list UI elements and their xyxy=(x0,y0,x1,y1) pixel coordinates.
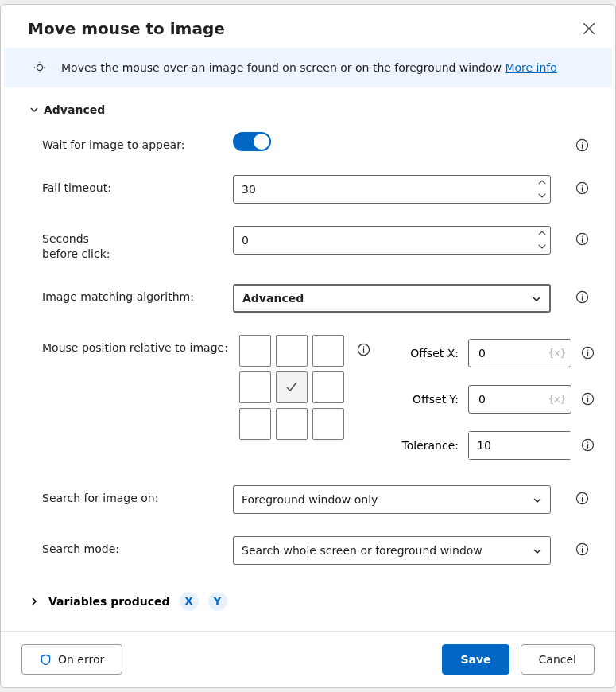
chevron-down-icon xyxy=(533,546,542,555)
info-icon[interactable] xyxy=(575,181,589,195)
chevron-down-icon xyxy=(532,294,541,303)
save-button[interactable]: Save xyxy=(442,644,509,675)
chevron-down-icon xyxy=(29,105,39,115)
seconds-before-field[interactable] xyxy=(233,226,551,255)
info-icon[interactable] xyxy=(581,346,595,360)
variables-section-toggle[interactable]: Variables produced xyxy=(48,595,170,608)
search-on-value: Foreground window only xyxy=(242,493,378,506)
tolerance-label: Tolerance: xyxy=(398,439,459,452)
pos-middle-left[interactable] xyxy=(239,371,271,403)
offset-x-field[interactable]: {x} xyxy=(468,339,571,367)
fail-timeout-input[interactable] xyxy=(234,176,534,203)
variable-x-pill[interactable]: X xyxy=(180,592,199,611)
info-icon[interactable] xyxy=(357,343,370,356)
mouse-pos-label: Mouse position relative to image: xyxy=(42,335,239,356)
pos-bottom-center[interactable] xyxy=(276,408,308,440)
cancel-button[interactable]: Cancel xyxy=(521,644,595,675)
info-icon[interactable] xyxy=(575,232,589,246)
algorithm-value: Advanced xyxy=(242,292,304,305)
search-on-select[interactable]: Foreground window only xyxy=(233,485,551,514)
more-info-link[interactable]: More info xyxy=(505,61,556,74)
info-banner: Moves the mouse over an image found on s… xyxy=(4,48,612,87)
pos-middle-right[interactable] xyxy=(312,371,344,403)
position-grid xyxy=(239,335,344,440)
cursor-target-icon xyxy=(33,60,47,75)
pos-top-right[interactable] xyxy=(312,335,344,367)
titlebar: Move mouse to image xyxy=(1,5,615,48)
info-icon[interactable] xyxy=(575,138,589,152)
advanced-label: Advanced xyxy=(44,103,105,116)
wait-label: Wait for image to appear: xyxy=(42,132,233,153)
seconds-before-down[interactable] xyxy=(534,240,550,254)
cancel-label: Cancel xyxy=(539,653,576,666)
offset-y-field[interactable]: {x} xyxy=(468,385,571,414)
on-error-button[interactable]: On error xyxy=(21,644,122,675)
svg-point-0 xyxy=(37,64,42,70)
dialog-footer: On error Save Cancel xyxy=(1,631,615,687)
pos-middle-center[interactable] xyxy=(276,371,308,403)
info-icon[interactable] xyxy=(575,290,589,304)
save-label: Save xyxy=(460,653,490,666)
chevron-right-icon[interactable] xyxy=(29,597,39,606)
close-icon[interactable] xyxy=(582,21,596,36)
fail-timeout-up[interactable] xyxy=(534,176,550,189)
shield-icon xyxy=(40,654,52,666)
wait-toggle[interactable] xyxy=(233,132,271,151)
info-icon[interactable] xyxy=(581,438,595,452)
tolerance-field[interactable] xyxy=(468,431,571,460)
banner-message: Moves the mouse over an image found on s… xyxy=(61,61,502,74)
seconds-before-label: Seconds before click: xyxy=(42,226,233,262)
advanced-section-toggle[interactable]: Advanced xyxy=(29,103,595,116)
dialog-body: Advanced Wait for image to appear: Fail … xyxy=(1,87,615,631)
search-mode-select[interactable]: Search whole screen or foreground window xyxy=(233,536,551,565)
fail-timeout-down[interactable] xyxy=(534,189,550,203)
pos-top-center[interactable] xyxy=(276,335,308,367)
algorithm-select[interactable]: Advanced xyxy=(233,284,551,313)
offset-x-label: Offset X: xyxy=(398,347,459,360)
pos-bottom-right[interactable] xyxy=(312,408,344,440)
on-error-label: On error xyxy=(58,653,104,666)
variable-y-pill[interactable]: Y xyxy=(208,592,227,611)
search-mode-label: Search mode: xyxy=(42,536,233,557)
info-icon[interactable] xyxy=(575,542,589,556)
offset-y-label: Offset Y: xyxy=(398,393,459,406)
fx-placeholder: {x} xyxy=(548,393,566,405)
chevron-down-icon xyxy=(533,495,542,504)
fx-placeholder: {x} xyxy=(548,347,566,359)
info-icon[interactable] xyxy=(581,392,595,406)
offset-y-input[interactable] xyxy=(477,392,544,406)
info-icon[interactable] xyxy=(575,492,589,505)
pos-bottom-left[interactable] xyxy=(239,408,271,440)
move-mouse-to-image-dialog: Move mouse to image Moves the mouse over… xyxy=(0,4,616,688)
fail-timeout-label: Fail timeout: xyxy=(42,175,233,196)
offset-x-input[interactable] xyxy=(477,346,544,360)
dialog-title: Move mouse to image xyxy=(28,19,225,38)
seconds-before-up[interactable] xyxy=(534,227,550,240)
search-on-label: Search for image on: xyxy=(42,485,233,506)
fail-timeout-field[interactable] xyxy=(233,175,551,204)
seconds-before-input[interactable] xyxy=(234,227,534,254)
pos-top-left[interactable] xyxy=(239,335,271,367)
banner-text: Moves the mouse over an image found on s… xyxy=(61,61,557,74)
search-mode-value: Search whole screen or foreground window xyxy=(242,544,482,557)
algorithm-label: Image matching algorithm: xyxy=(42,284,233,305)
